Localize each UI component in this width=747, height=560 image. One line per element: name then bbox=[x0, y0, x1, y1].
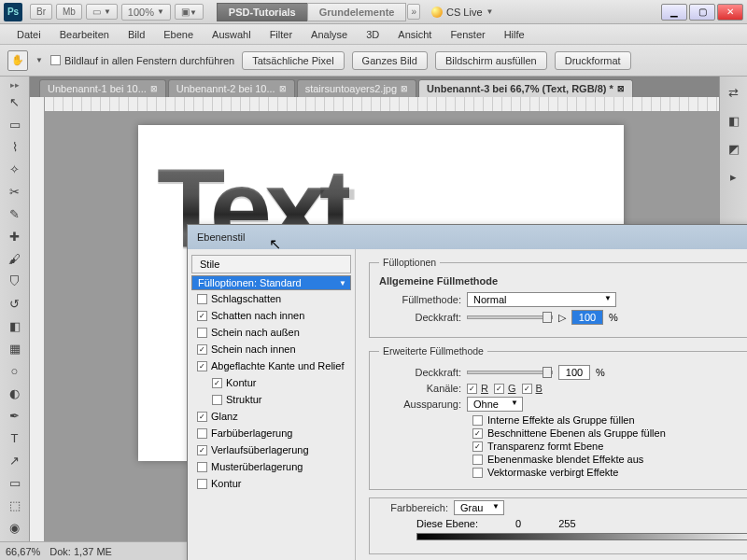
workspace-more-button[interactable]: » bbox=[407, 4, 420, 20]
adv-checkbox[interactable] bbox=[472, 455, 483, 465]
move-tool[interactable]: ↖ bbox=[4, 91, 26, 112]
style-checkbox[interactable] bbox=[212, 395, 222, 405]
healing-tool[interactable]: ✚ bbox=[4, 226, 26, 246]
opacity-slider[interactable] bbox=[467, 315, 553, 319]
tools-collapse-icon[interactable]: ▸▸ bbox=[10, 80, 20, 90]
blend-if-select[interactable]: Grau bbox=[454, 500, 504, 515]
menu-fenster[interactable]: Fenster bbox=[441, 26, 494, 43]
doc-tab-3[interactable]: stairsuntoayers2.jpg⊠ bbox=[297, 79, 416, 97]
menu-ansicht[interactable]: Ansicht bbox=[388, 26, 441, 43]
workspace-tab-psd[interactable]: PSD-Tutorials bbox=[217, 3, 308, 21]
minibridge-button[interactable]: Mb bbox=[56, 4, 82, 20]
menu-bild[interactable]: Bild bbox=[119, 26, 154, 43]
styles-tab[interactable]: Stile bbox=[191, 255, 351, 273]
style-checkbox[interactable] bbox=[197, 479, 207, 489]
menu-filter[interactable]: Filter bbox=[261, 26, 302, 43]
menu-datei[interactable]: Datei bbox=[7, 26, 50, 43]
type-tool[interactable]: T bbox=[4, 427, 26, 448]
style-item[interactable]: ✓Verlaufsüberlagerung bbox=[191, 441, 351, 458]
style-checkbox[interactable] bbox=[197, 462, 207, 472]
screen-mode-button[interactable]: ▣▼ bbox=[175, 4, 204, 20]
style-item[interactable]: ✓Kontur bbox=[191, 374, 351, 391]
style-checkbox[interactable]: ✓ bbox=[212, 378, 222, 388]
print-size-button[interactable]: Druckformat bbox=[555, 51, 631, 70]
adv-option[interactable]: ✓Transparenz formt Ebene bbox=[472, 441, 747, 452]
style-item[interactable]: Struktur bbox=[191, 391, 351, 408]
adv-checkbox[interactable] bbox=[472, 468, 483, 478]
adv-option[interactable]: Interne Effekte als Gruppe füllen bbox=[472, 414, 747, 426]
style-checkbox[interactable] bbox=[197, 428, 207, 439]
close-icon[interactable]: ⊠ bbox=[401, 84, 408, 93]
marquee-tool[interactable]: ▭ bbox=[4, 114, 26, 134]
style-item[interactable]: Kontur bbox=[191, 475, 351, 492]
status-doc[interactable]: Dok: 1,37 ME bbox=[49, 546, 112, 557]
fill-opacity-input[interactable]: 100 bbox=[558, 365, 590, 380]
doc-tab-4[interactable]: Unbenannt-3 bei 66,7% (Text, RGB/8) *⊠ bbox=[418, 79, 633, 97]
menu-analyse[interactable]: Analyse bbox=[302, 26, 357, 43]
style-item[interactable]: Farbüberlagerung bbox=[191, 425, 351, 441]
3d-camera-tool[interactable]: ◉ bbox=[4, 517, 26, 538]
stamp-tool[interactable]: ⛉ bbox=[4, 271, 26, 291]
style-item[interactable]: ✓Abgeflachte Kante und Relief bbox=[191, 357, 351, 374]
knockout-select[interactable]: Ohne bbox=[467, 397, 523, 412]
history-brush-tool[interactable]: ↺ bbox=[4, 293, 26, 314]
close-icon[interactable]: ⊠ bbox=[279, 84, 287, 93]
swatches-icon[interactable]: ⇄ bbox=[723, 82, 745, 103]
hand-tool-icon[interactable]: ✋ bbox=[7, 50, 28, 71]
arrange-docs-button[interactable]: ▭▼ bbox=[86, 4, 118, 20]
actions-icon[interactable]: ▸ bbox=[723, 166, 745, 187]
adv-checkbox[interactable] bbox=[472, 415, 483, 426]
menu-bearbeiten[interactable]: Bearbeiten bbox=[50, 26, 119, 43]
style-item[interactable]: Musterüberlagerung bbox=[191, 458, 351, 475]
window-close-button[interactable]: ✕ bbox=[717, 4, 743, 21]
window-minimize-button[interactable]: ▁ bbox=[661, 4, 687, 21]
adv-checkbox[interactable]: ✓ bbox=[472, 428, 483, 439]
channel-g-checkbox[interactable]: ✓G bbox=[494, 383, 516, 394]
status-zoom[interactable]: 66,67% bbox=[6, 546, 40, 557]
lasso-tool[interactable]: ⌇ bbox=[4, 136, 26, 157]
crop-tool[interactable]: ✂ bbox=[4, 181, 26, 202]
style-checkbox[interactable]: ✓ bbox=[197, 412, 207, 422]
style-checkbox[interactable] bbox=[197, 294, 207, 304]
path-tool[interactable]: ↗ bbox=[4, 450, 26, 470]
adv-option[interactable]: Ebenenmaske blendet Effekte aus bbox=[472, 454, 747, 465]
history-icon[interactable]: ◩ bbox=[723, 138, 745, 159]
ruler-vertical[interactable] bbox=[30, 97, 45, 541]
menu-hilfe[interactable]: Hilfe bbox=[495, 26, 534, 43]
scroll-all-checkbox[interactable]: Bildlauf in allen Fenstern durchführen bbox=[50, 55, 234, 66]
fill-options-item[interactable]: Fülloptionen: Standard bbox=[191, 275, 351, 290]
style-item[interactable]: ✓Glanz bbox=[191, 408, 351, 425]
zoom-level-dropdown[interactable]: 100%▼ bbox=[121, 4, 171, 21]
eyedropper-tool[interactable]: ✎ bbox=[4, 203, 26, 224]
channel-r-checkbox[interactable]: ✓R bbox=[467, 383, 488, 394]
style-checkbox[interactable]: ✓ bbox=[197, 311, 207, 321]
style-checkbox[interactable] bbox=[197, 328, 207, 338]
actual-pixels-button[interactable]: Tatsächliche Pixel bbox=[242, 51, 344, 70]
3d-tool[interactable]: ⬚ bbox=[4, 495, 26, 515]
adjustments-icon[interactable]: ◧ bbox=[723, 110, 745, 131]
cs-live-button[interactable]: CS Live▼ bbox=[431, 7, 493, 18]
adv-option[interactable]: Vektormaske verbirgt Effekte bbox=[472, 467, 747, 478]
fill-screen-button[interactable]: Bildschirm ausfüllen bbox=[435, 51, 547, 70]
bridge-button[interactable]: Br bbox=[30, 4, 52, 20]
blur-tool[interactable]: ○ bbox=[4, 360, 26, 381]
close-icon[interactable]: ⊠ bbox=[617, 84, 625, 93]
blend-mode-select[interactable]: Normal bbox=[467, 292, 616, 307]
this-layer-gradient-slider[interactable] bbox=[416, 533, 747, 540]
eraser-tool[interactable]: ◧ bbox=[4, 315, 26, 336]
channel-b-checkbox[interactable]: ✓B bbox=[522, 383, 543, 394]
gradient-tool[interactable]: ▦ bbox=[4, 338, 26, 358]
close-icon[interactable]: ⊠ bbox=[150, 84, 158, 93]
menu-auswahl[interactable]: Auswahl bbox=[203, 26, 261, 43]
fit-screen-button[interactable]: Ganzes Bild bbox=[352, 51, 428, 70]
dialog-titlebar[interactable]: Ebenenstil bbox=[188, 225, 747, 249]
brush-tool[interactable]: 🖌 bbox=[4, 248, 26, 269]
window-maximize-button[interactable]: ▢ bbox=[689, 4, 715, 21]
fill-opacity-slider[interactable] bbox=[467, 371, 553, 374]
style-checkbox[interactable]: ✓ bbox=[197, 361, 207, 371]
style-item[interactable]: ✓Schein nach innen bbox=[191, 341, 351, 357]
menu-ebene[interactable]: Ebene bbox=[154, 26, 203, 43]
style-item[interactable]: ✓Schatten nach innen bbox=[191, 307, 351, 324]
doc-tab-1[interactable]: Unbenannt-1 bei 10...⊠ bbox=[39, 79, 166, 97]
pen-tool[interactable]: ✒ bbox=[4, 405, 26, 426]
